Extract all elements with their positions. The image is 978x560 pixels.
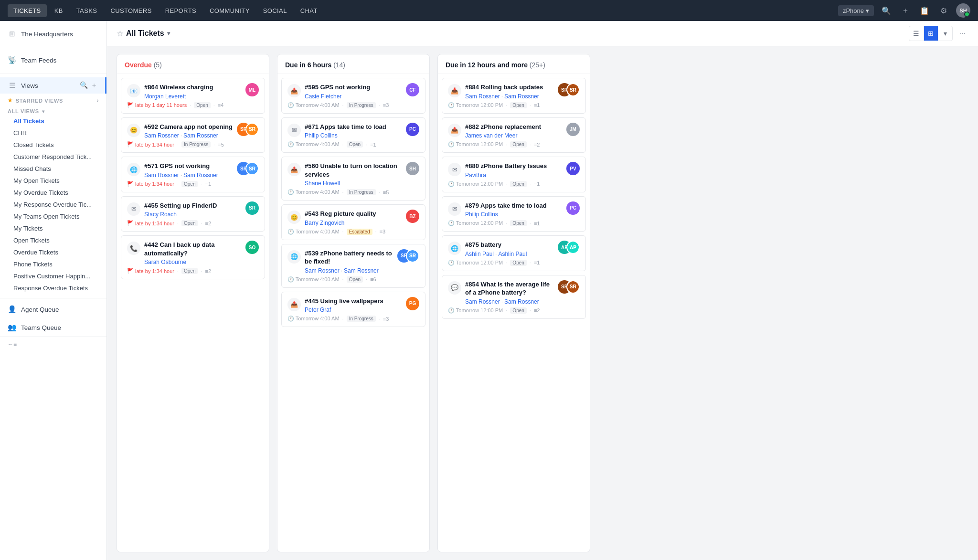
reply-count: ≡1 bbox=[205, 181, 212, 187]
ticket-card-592[interactable]: 😊 #592 Camera app not opening Sam Rossne… bbox=[121, 117, 265, 153]
ticket-card-595[interactable]: 📤 #595 GPS not working Casie Fletcher CF… bbox=[281, 78, 425, 114]
ticket-card-880[interactable]: ✉ #880 zPhone Battery Issues Pavithra PV… bbox=[442, 157, 586, 192]
sidebar-item-chr[interactable]: CHR bbox=[0, 127, 106, 139]
col-header-text: Due in 6 hours (14) bbox=[285, 61, 345, 69]
ticket-avatar-2: SR bbox=[245, 123, 259, 136]
agent-queue-icon: 👤 bbox=[8, 305, 16, 314]
sidebar-collapse-button[interactable]: ←≡ bbox=[0, 337, 106, 351]
title-chevron-icon[interactable]: ▾ bbox=[167, 30, 170, 37]
search-icon-button[interactable]: 🔍 bbox=[880, 4, 893, 17]
sidebar-item-response-overdue[interactable]: Response Overdue Tickets bbox=[0, 282, 106, 294]
zphone-button[interactable]: zPhone ▾ bbox=[838, 5, 874, 16]
ticket-meta: 🕐 Tomorrow 4:00 AM·Open·≡6 bbox=[287, 276, 419, 283]
ticket-clock: 🕐 Tomorrow 4:00 AM bbox=[287, 189, 340, 195]
top-nav: TICKETS KB TASKS CUSTOMERS REPORTS COMMU… bbox=[0, 0, 978, 21]
user-avatar[interactable]: SH bbox=[956, 3, 970, 18]
ticket-card-442[interactable]: 📞 #442 Can I back up data automatically?… bbox=[121, 235, 265, 279]
ticket-card-445[interactable]: 📤 #445 Using live wallpapers Peter Graf … bbox=[281, 292, 425, 328]
sidebar-nav-list: All Tickets CHR Closed Tickets Customer … bbox=[0, 115, 106, 294]
ticket-card-571[interactable]: 🌐 #571 GPS not working Sam Rossner·Sam R… bbox=[121, 157, 265, 192]
list-view-button[interactable]: ☰ bbox=[909, 26, 924, 41]
plus-icon-button[interactable]: ＋ bbox=[899, 4, 912, 17]
ticket-card-top: 🌐 #571 GPS not working Sam Rossner·Sam R… bbox=[127, 162, 259, 179]
sidebar-item-my-open-tickets[interactable]: My Open Tickets bbox=[0, 175, 106, 187]
reply-count: ≡3 bbox=[380, 229, 386, 234]
meta-sep3: · bbox=[379, 102, 380, 108]
ticket-card-543[interactable]: 😊 #543 Reg picture quality Barry Zingovi… bbox=[281, 204, 425, 240]
sidebar-item-my-overdue-tickets[interactable]: My Overdue Tickets bbox=[0, 187, 106, 199]
ticket-agent1: Peter Graf bbox=[305, 306, 331, 313]
sidebar-item-closed-tickets[interactable]: Closed Tickets bbox=[0, 139, 106, 151]
ticket-card-539[interactable]: 🌐 #539 zPhone battery needs to be fixed!… bbox=[281, 244, 425, 288]
nav-tickets[interactable]: TICKETS bbox=[8, 4, 47, 17]
ticket-card-560[interactable]: 📤 #560 Unable to turn on location servic… bbox=[281, 157, 425, 201]
reply-count: ≡3 bbox=[383, 102, 389, 108]
compose-icon-button[interactable]: 📋 bbox=[918, 4, 931, 17]
toolbar-title-group: ☆ All Tickets ▾ bbox=[117, 29, 170, 38]
nav-kb[interactable]: KB bbox=[49, 4, 69, 17]
meta-sep2: · bbox=[506, 307, 507, 313]
title-star-icon[interactable]: ☆ bbox=[117, 29, 123, 38]
sidebar-item-my-teams-open[interactable]: My Teams Open Tickets bbox=[0, 211, 106, 222]
status-badge: In Progress bbox=[347, 102, 376, 108]
meta-sep3: · bbox=[530, 181, 531, 187]
ticket-card-455[interactable]: ✉ #455 Setting up FinderID Stacy Roach S… bbox=[121, 196, 265, 232]
all-views-label[interactable]: ALL VIEWS ▾ bbox=[0, 106, 106, 115]
ticket-title: #854 What is the average life of a zPhon… bbox=[465, 280, 554, 297]
ticket-clock: 🕐 Tomorrow 4:00 AM bbox=[287, 316, 340, 322]
ticket-main: #875 battery Ashlin Paul·Ashlin Paul bbox=[465, 241, 554, 257]
sidebar-item-open-tickets[interactable]: Open Tickets bbox=[0, 234, 106, 246]
ticket-card-882[interactable]: 📤 #882 zPhone replacement James van der … bbox=[442, 117, 586, 153]
col-body-due-12h: 📥 #884 Rolling back updates Sam Rossner·… bbox=[438, 74, 590, 552]
ticket-dual-avatar: SR SR bbox=[237, 162, 259, 175]
ticket-title: #595 GPS not working bbox=[305, 83, 402, 92]
sidebar-team-feeds[interactable]: 📡 Team Feeds bbox=[0, 51, 106, 69]
nav-chat[interactable]: CHAT bbox=[295, 4, 323, 17]
sidebar-item-my-tickets[interactable]: My Tickets bbox=[0, 222, 106, 234]
sidebar-item-missed-chats[interactable]: Missed Chats bbox=[0, 163, 106, 175]
sidebar-views-header[interactable]: ☰ Views 🔍 ＋ bbox=[0, 77, 106, 94]
sidebar-item-overdue-tickets[interactable]: Overdue Tickets bbox=[0, 246, 106, 258]
ticket-agent2: Sam Rossner bbox=[504, 93, 539, 100]
ticket-title: #879 Apps take time to load bbox=[465, 201, 563, 210]
sidebar-item-phone-tickets[interactable]: Phone Tickets bbox=[0, 258, 106, 270]
ticket-card-671[interactable]: ✉ #671 Apps take time to load Philip Col… bbox=[281, 117, 425, 153]
view-dropdown-button[interactable]: ▾ bbox=[938, 26, 952, 41]
ticket-title: #875 battery bbox=[465, 241, 554, 249]
ticket-agent1: Sam Rossner bbox=[465, 298, 500, 305]
sidebar-item-my-response-overdue[interactable]: My Response Overdue Tic... bbox=[0, 199, 106, 211]
ticket-icon: 🌐 bbox=[448, 242, 461, 255]
ticket-card-854[interactable]: 💬 #854 What is the average life of a zPh… bbox=[442, 275, 586, 319]
nav-community[interactable]: COMMUNITY bbox=[204, 4, 255, 17]
ticket-card-875[interactable]: 🌐 #875 battery Ashlin Paul·Ashlin Paul A… bbox=[442, 235, 586, 271]
nav-reports[interactable]: REPORTS bbox=[159, 4, 202, 17]
sidebar-headquarters[interactable]: ⊞ The Headquarters bbox=[0, 25, 106, 43]
ticket-meta: 🚩late by 1:34 hour·Open·≡2 bbox=[127, 268, 259, 274]
ticket-main: #595 GPS not working Casie Fletcher bbox=[305, 83, 402, 100]
nav-social[interactable]: SOCIAL bbox=[257, 4, 293, 17]
ticket-avatar: PG bbox=[406, 297, 419, 310]
more-options-button[interactable]: ··· bbox=[957, 27, 968, 40]
ticket-title: #592 Camera app not opening bbox=[144, 123, 233, 131]
sidebar-item-positive-customer[interactable]: Positive Customer Happin... bbox=[0, 270, 106, 282]
ticket-card-864[interactable]: 📧 #864 Wireless charging Morgan Leverett… bbox=[121, 78, 265, 114]
sidebar-teams-queue[interactable]: 👥 Teams Queue bbox=[0, 318, 106, 337]
kanban-view-button[interactable]: ⊞ bbox=[924, 26, 938, 41]
views-add-icon[interactable]: ＋ bbox=[91, 81, 97, 90]
nav-tasks[interactable]: TASKS bbox=[71, 4, 103, 17]
views-search-icon[interactable]: 🔍 bbox=[80, 81, 88, 90]
ticket-agent1: Sam Rossner bbox=[465, 93, 500, 100]
reply-count: ≡5 bbox=[383, 190, 389, 195]
meta-sep2: · bbox=[342, 229, 344, 234]
ticket-card-879[interactable]: ✉ #879 Apps take time to load Philip Col… bbox=[442, 196, 586, 232]
settings-icon-button[interactable]: ⚙ bbox=[937, 4, 950, 17]
nav-customers[interactable]: CUSTOMERS bbox=[105, 4, 157, 17]
ticket-agent: James van der Meer bbox=[465, 132, 563, 139]
sidebar-agent-queue[interactable]: 👤 Agent Queue bbox=[0, 300, 106, 318]
reply-count: ≡3 bbox=[383, 316, 389, 322]
ticket-card-884[interactable]: 📥 #884 Rolling back updates Sam Rossner·… bbox=[442, 78, 586, 114]
sidebar-item-customer-responded[interactable]: Customer Responded Tick... bbox=[0, 151, 106, 163]
sidebar-item-all-tickets[interactable]: All Tickets bbox=[0, 115, 106, 127]
starred-chevron-icon: › bbox=[97, 98, 99, 103]
meta-sep3: · bbox=[530, 102, 531, 108]
